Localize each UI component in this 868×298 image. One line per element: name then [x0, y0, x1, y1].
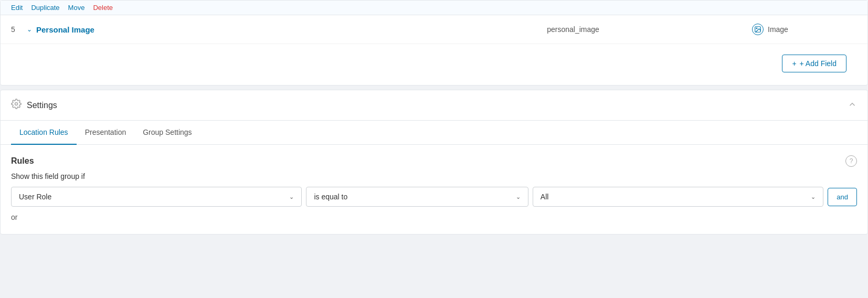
field-name[interactable]: Personal Image — [36, 25, 394, 34]
tabs-bar: Location Rules Presentation Group Settin… — [1, 121, 867, 145]
value-select[interactable]: All ⌄ — [533, 187, 823, 207]
settings-title: Settings — [27, 101, 57, 110]
settings-section: Settings Location Rules Presentation Gro… — [0, 90, 868, 235]
image-type-icon — [752, 24, 764, 35]
gear-icon — [11, 99, 22, 112]
chevron-down-icon[interactable]: ⌄ — [27, 26, 32, 33]
field-row-5: 5 ⌄ Personal Image personal_image Image — [1, 15, 867, 44]
condition-chevron-icon: ⌄ — [289, 194, 294, 200]
field-type-cell: Image — [752, 24, 857, 35]
operator-chevron-icon: ⌄ — [516, 194, 521, 200]
settings-header: Settings — [1, 90, 867, 121]
add-field-label: + Add Field — [800, 59, 837, 68]
plus-icon: + — [792, 59, 796, 68]
tab-location-rules[interactable]: Location Rules — [11, 121, 77, 145]
field-type-label: Image — [768, 25, 788, 34]
operator-select[interactable]: is equal to ⌄ — [306, 187, 528, 207]
or-label: or — [11, 213, 857, 221]
delete-link[interactable]: Delete — [93, 4, 113, 12]
move-link[interactable]: Move — [68, 4, 85, 12]
help-icon[interactable]: ? — [845, 155, 857, 167]
condition-value: User Role — [19, 193, 51, 201]
settings-body: Rules ? Show this field group if User Ro… — [1, 145, 867, 234]
collapse-icon[interactable] — [848, 100, 857, 111]
settings-header-left: Settings — [11, 99, 57, 112]
tab-presentation[interactable]: Presentation — [77, 121, 135, 145]
rules-header-row: Rules ? — [11, 155, 857, 167]
field-key: personal_image — [394, 25, 752, 34]
show-if-label: Show this field group if — [11, 172, 857, 180]
and-button[interactable]: and — [828, 188, 857, 206]
value-selected: All — [541, 193, 549, 201]
svg-point-1 — [756, 28, 757, 29]
svg-point-2 — [15, 103, 18, 105]
page-wrapper: Edit Duplicate Move Delete 5 ⌄ Personal … — [0, 0, 868, 298]
field-number: 5 — [11, 25, 27, 34]
field-actions-row: Edit Duplicate Move Delete — [1, 1, 867, 15]
value-chevron-icon: ⌄ — [811, 194, 816, 200]
duplicate-link[interactable]: Duplicate — [31, 4, 59, 12]
condition-select[interactable]: User Role ⌄ — [11, 187, 302, 207]
add-field-button[interactable]: + + Add Field — [782, 55, 846, 72]
tab-group-settings[interactable]: Group Settings — [134, 121, 200, 145]
rule-row: User Role ⌄ is equal to ⌄ All ⌄ and — [11, 187, 857, 207]
operator-value: is equal to — [314, 193, 347, 201]
fields-section: Edit Duplicate Move Delete 5 ⌄ Personal … — [0, 0, 868, 86]
edit-link[interactable]: Edit — [11, 4, 23, 12]
rules-label: Rules — [11, 156, 34, 166]
